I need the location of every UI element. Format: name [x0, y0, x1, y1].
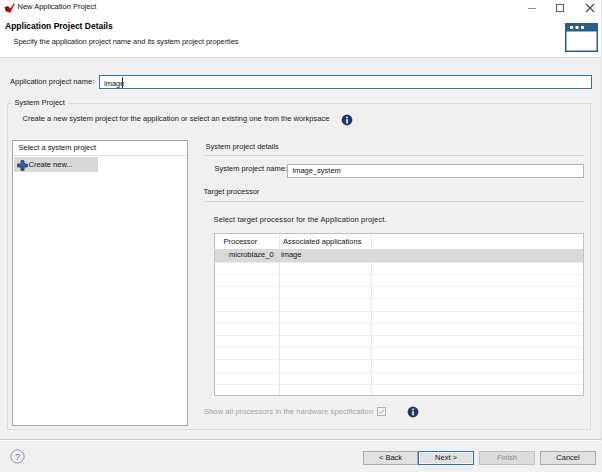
svg-text:?: ? [15, 452, 20, 462]
